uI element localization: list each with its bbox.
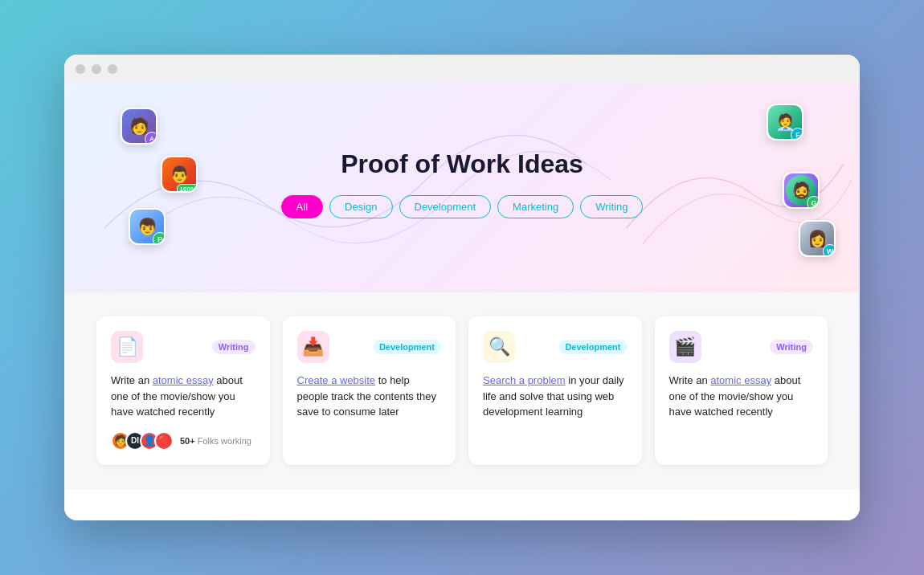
card-2-link[interactable]: Create a website (297, 374, 376, 386)
card-3-header: 🔍 Development (483, 331, 628, 363)
maximize-dot (108, 64, 117, 74)
card-1-header: 📄 Writing (111, 331, 256, 363)
card-4: 🎬 Writing Write an atomic essay about on… (655, 316, 828, 465)
avatar-1: 🧑 A (121, 108, 157, 145)
avatar-4: 🧑‍💼 F (767, 104, 803, 141)
card-3: 🔍 Development Search a problem in your d… (468, 316, 642, 465)
hero-section: 🧑 A 👨 100% 👦 P 🧑‍💼 F (64, 84, 860, 292)
card-1-title: Write an atomic essay about one of the m… (111, 373, 256, 420)
avatar-percent-2: 100% (177, 184, 198, 193)
card-1-link[interactable]: atomic essay (153, 374, 214, 386)
card-4-link[interactable]: atomic essay (710, 374, 771, 386)
avatar-3: 👦 P (129, 208, 166, 245)
card-2: 📥 Development Create a website to help p… (283, 316, 456, 465)
window-content: 🧑 A 👨 100% 👦 P 🧑‍💼 F (64, 84, 860, 520)
card-4-title: Write an atomic essay about one of the m… (669, 373, 814, 420)
card-3-link[interactable]: Search a problem (483, 374, 566, 386)
avatar-6: 👩 W (799, 220, 836, 257)
avatar-stack-4: 🔴 (154, 431, 174, 451)
avatar-badge-6: W (823, 244, 836, 257)
card-3-icon: 🔍 (483, 331, 515, 363)
cards-grid: 📄 Writing Write an atomic essay about on… (96, 316, 828, 465)
card-1: 📄 Writing Write an atomic essay about on… (96, 316, 270, 465)
card-1-folks: 50+ Folks working (180, 436, 251, 446)
close-dot (76, 64, 85, 74)
avatar-badge-1: A (145, 132, 157, 145)
filter-tab-development[interactable]: Development (399, 195, 492, 218)
card-1-badge: Writing (212, 340, 256, 354)
titlebar (64, 55, 860, 84)
card-2-icon: 📥 (297, 331, 329, 363)
card-3-badge: Development (558, 340, 627, 354)
card-4-header: 🎬 Writing (669, 331, 814, 363)
card-4-badge: Writing (770, 340, 813, 354)
filter-tab-design[interactable]: Design (329, 195, 392, 218)
avatar-badge-4: F (791, 128, 803, 141)
page-title: Proof of Work Ideas (341, 149, 583, 179)
avatar-5: 🧔 G (783, 172, 820, 209)
filter-tab-writing[interactable]: Writing (580, 195, 643, 218)
card-2-badge: Development (373, 340, 441, 354)
filter-tab-all[interactable]: All (281, 195, 323, 218)
card-2-title: Create a website to help people track th… (297, 373, 442, 420)
avatar-2: 👨 100% (161, 156, 198, 193)
card-4-icon: 🎬 (669, 331, 701, 363)
app-window: 🧑 A 👨 100% 👦 P 🧑‍💼 F (64, 55, 860, 520)
card-2-header: 📥 Development (297, 331, 442, 363)
avatar-badge-5: G (807, 196, 820, 209)
filter-tab-marketing[interactable]: Marketing (497, 195, 574, 218)
cards-section: 📄 Writing Write an atomic essay about on… (64, 292, 860, 489)
avatar-badge-3: P (153, 232, 166, 245)
minimize-dot (92, 64, 101, 74)
card-1-icon: 📄 (111, 331, 143, 363)
card-1-footer: 🧑 DI 👤 🔴 50+ Folks working (111, 431, 256, 451)
filter-tabs: All Design Development Marketing Writing (281, 195, 644, 218)
card-3-title: Search a problem in your daily life and … (483, 373, 628, 420)
card-1-avatar-stack: 🧑 DI 👤 🔴 (111, 431, 174, 451)
